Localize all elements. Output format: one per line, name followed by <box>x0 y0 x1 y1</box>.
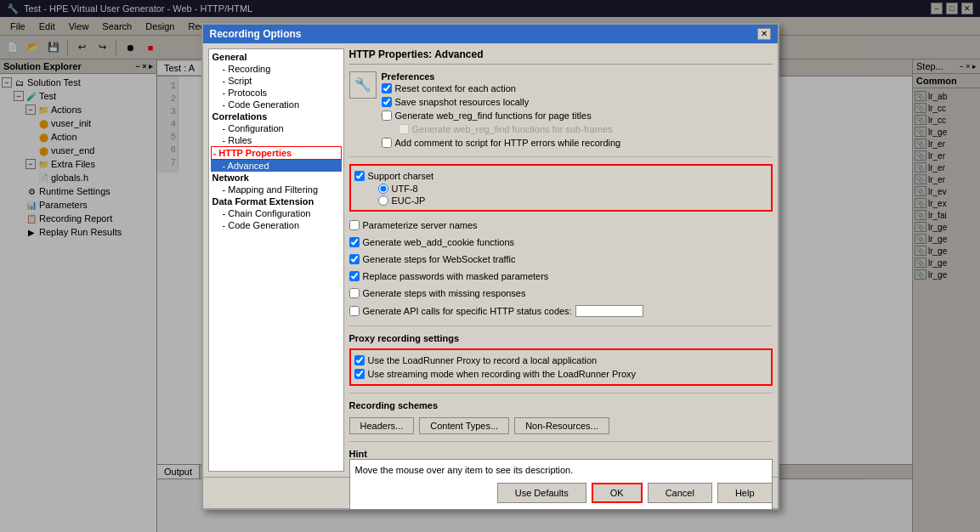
use-defaults-button[interactable]: Use Defaults <box>497 483 586 503</box>
scheme-buttons: Headers... Content Types... Non-Resource… <box>349 417 773 434</box>
utf8-radio[interactable] <box>378 184 388 194</box>
websocket-row: Generate steps for WebSocket traffic <box>349 252 773 266</box>
parameterize-row: Parameterize server names <box>349 218 773 232</box>
tree-recording[interactable]: - Recording <box>211 63 342 75</box>
tree-data-format[interactable]: Data Format Extension <box>211 195 342 207</box>
api-calls-checkbox[interactable] <box>349 306 360 316</box>
missing-responses-row: Generate steps with missing responses <box>349 286 773 300</box>
use-proxy-row: Use the LoadRunner Proxy to record a loc… <box>354 354 768 367</box>
modal-close-button[interactable]: ✕ <box>757 28 771 40</box>
save-snapshot-label: Save snapshot resources locally <box>395 97 530 107</box>
preferences-content: Preferences Reset context for each actio… <box>382 71 773 150</box>
divider-1 <box>349 156 773 157</box>
generate-web-reg-label: Generate web_reg_find functions for page… <box>395 110 592 121</box>
preferences-group: 🔧 Preferences Reset context for each act… <box>349 71 773 150</box>
parameterize-label: Parameterize server names <box>363 220 478 230</box>
tree-network[interactable]: Network <box>211 172 342 184</box>
utf8-label: UTF-8 <box>392 184 418 194</box>
tree-http-props[interactable]: - HTTP Properties <box>211 146 342 160</box>
generate-web-reg-sub-checkbox <box>399 124 409 134</box>
headers-button[interactable]: Headers... <box>349 417 415 434</box>
missing-responses-checkbox[interactable] <box>349 288 360 298</box>
tree-configuration[interactable]: - Configuration <box>211 122 342 134</box>
tree-code-gen[interactable]: - Code Generation <box>211 99 342 110</box>
divider-3 <box>349 393 773 393</box>
support-charset-row: Support charset <box>354 169 768 183</box>
replace-passwords-label: Replace passwords with masked parameters <box>363 271 549 281</box>
generate-web-reg-row: Generate web_reg_find functions for page… <box>382 109 773 122</box>
web-add-cookie-label: Generate web_add_cookie functions <box>363 237 515 247</box>
generate-web-reg-checkbox[interactable] <box>382 110 392 121</box>
tree-chain-config[interactable]: - Chain Configuration <box>211 207 342 219</box>
hint-text: Move the mouse over any item to see its … <box>355 465 574 475</box>
streaming-mode-checkbox[interactable] <box>354 369 365 379</box>
ok-button[interactable]: OK <box>592 483 643 503</box>
generate-web-reg-sub-row: Generate web_reg_find functions for sub-… <box>399 122 773 136</box>
websocket-label: Generate steps for WebSocket traffic <box>363 254 516 264</box>
streaming-mode-label: Use streaming mode when recording with t… <box>368 369 637 379</box>
save-snapshot-row: Save snapshot resources locally <box>382 95 773 109</box>
recording-schemes-label: Recording schemes <box>349 400 773 410</box>
recording-options-dialog: Recording Options ✕ General - Recording … <box>201 23 779 510</box>
eucjp-radio[interactable] <box>378 195 388 206</box>
modal-body: General - Recording - Script - Protocols… <box>203 43 778 477</box>
tree-protocols[interactable]: - Protocols <box>211 87 342 99</box>
tree-advanced[interactable]: - Advanced <box>211 160 342 172</box>
websocket-checkbox[interactable] <box>349 254 360 264</box>
generate-web-reg-sub-label: Generate web_reg_find functions for sub-… <box>412 124 613 134</box>
add-comment-label: Add comment to script for HTTP errors wh… <box>395 138 621 148</box>
proxy-section-label: Proxy recording settings <box>349 333 773 343</box>
eucjp-radio-row: EUC-JP <box>378 195 768 207</box>
http-props-title: HTTP Properties: Advanced <box>349 48 773 65</box>
add-comment-row: Add comment to script for HTTP errors wh… <box>382 136 773 150</box>
modal-title-text: Recording Options <box>210 28 302 40</box>
reset-context-checkbox[interactable] <box>382 83 392 93</box>
api-calls-row: Generate API calls for specific HTTP sta… <box>349 303 773 319</box>
reset-context-label: Reset context for each action <box>395 83 516 93</box>
missing-responses-label: Generate steps with missing responses <box>363 288 526 298</box>
replace-passwords-row: Replace passwords with masked parameters <box>349 269 773 283</box>
non-resources-button[interactable]: Non-Resources... <box>514 417 609 434</box>
divider-4 <box>349 441 773 442</box>
parameterize-checkbox[interactable] <box>349 220 360 230</box>
proxy-box: Use the LoadRunner Proxy to record a loc… <box>349 348 773 386</box>
preferences-icon: 🔧 <box>349 71 377 99</box>
preferences-label: Preferences <box>382 71 773 82</box>
use-proxy-label: Use the LoadRunner Proxy to record a loc… <box>368 355 598 365</box>
web-add-cookie-row: Generate web_add_cookie functions <box>349 235 773 249</box>
streaming-mode-row: Use streaming mode when recording with t… <box>354 367 768 381</box>
charset-section: Support charset UTF-8 EUC-JP <box>349 164 773 212</box>
modal-overlay: Recording Options ✕ General - Recording … <box>0 0 980 532</box>
modal-tree: General - Recording - Script - Protocols… <box>208 48 344 472</box>
divider-2 <box>349 325 773 326</box>
hint-label: Hint <box>349 449 773 459</box>
tree-mapping[interactable]: - Mapping and Filtering <box>211 184 342 195</box>
help-button[interactable]: Help <box>717 483 773 503</box>
utf8-radio-row: UTF-8 <box>378 183 768 195</box>
support-charset-label: Support charset <box>368 171 434 181</box>
save-snapshot-checkbox[interactable] <box>382 97 392 107</box>
support-charset-checkbox[interactable] <box>354 171 365 181</box>
api-calls-input[interactable] <box>575 305 643 317</box>
api-calls-label: Generate API calls for specific HTTP sta… <box>363 306 572 316</box>
tree-script[interactable]: - Script <box>211 75 342 87</box>
web-add-cookie-checkbox[interactable] <box>349 237 360 247</box>
modal-title-bar: Recording Options ✕ <box>203 25 778 43</box>
content-types-button[interactable]: Content Types... <box>419 417 509 434</box>
tree-general[interactable]: General <box>211 51 342 63</box>
modal-right-content: HTTP Properties: Advanced 🔧 Preferences … <box>349 48 773 472</box>
add-comment-checkbox[interactable] <box>382 138 392 148</box>
use-proxy-checkbox[interactable] <box>354 355 365 365</box>
charset-radio-group: UTF-8 EUC-JP <box>378 183 768 207</box>
reset-context-row: Reset context for each action <box>382 82 773 95</box>
eucjp-label: EUC-JP <box>392 195 426 206</box>
tree-rules[interactable]: - Rules <box>211 134 342 146</box>
replace-passwords-checkbox[interactable] <box>349 271 360 281</box>
cancel-button[interactable]: Cancel <box>648 483 712 503</box>
tree-code-gen-2[interactable]: - Code Generation <box>211 219 342 231</box>
tree-correlations[interactable]: Correlations <box>211 110 342 122</box>
